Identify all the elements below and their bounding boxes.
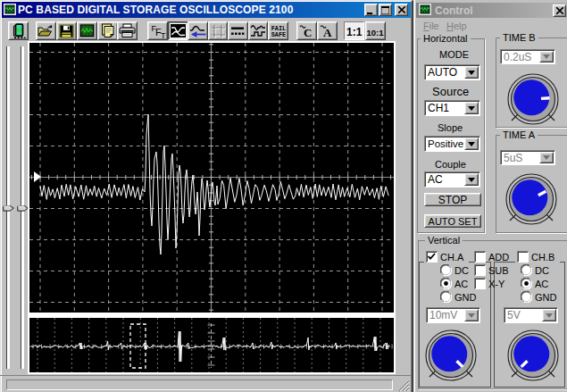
svg-text:C: C bbox=[304, 26, 312, 39]
svg-text:A: A bbox=[323, 26, 332, 39]
svg-text:T: T bbox=[161, 31, 166, 39]
svg-text:10:1: 10:1 bbox=[366, 27, 384, 37]
svg-text:FAIL: FAIL bbox=[271, 24, 286, 31]
svg-text:1:1: 1:1 bbox=[346, 26, 363, 38]
svg-text:SAFE: SAFE bbox=[271, 31, 286, 38]
